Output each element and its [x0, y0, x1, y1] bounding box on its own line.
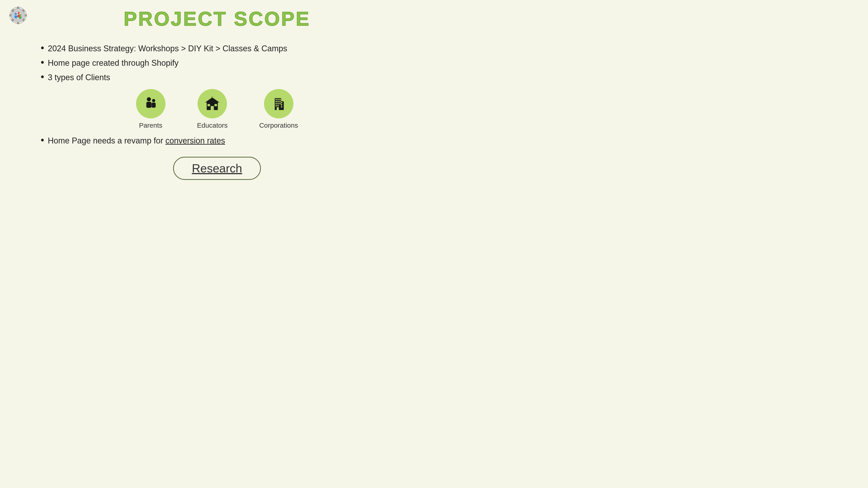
svg-rect-39 [276, 99, 277, 100]
svg-rect-28 [151, 103, 156, 107]
svg-rect-35 [212, 96, 213, 99]
corporations-icon-circle [264, 89, 293, 119]
svg-rect-52 [281, 106, 282, 107]
svg-marker-18 [17, 22, 19, 24]
svg-rect-34 [211, 99, 214, 102]
svg-point-16 [19, 16, 22, 19]
client-educators: Educators [197, 89, 228, 129]
svg-marker-19 [9, 14, 11, 17]
client-parents: Parents [136, 89, 165, 129]
svg-rect-32 [208, 104, 210, 106]
bullet-item-conversion: Home Page needs a revamp for conversion … [41, 136, 393, 145]
svg-rect-41 [279, 99, 281, 100]
corporations-label: Corporations [259, 122, 298, 129]
parents-icon-circle [136, 89, 165, 119]
conversion-rates-link: conversion rates [165, 136, 225, 145]
bullet-item-3: 3 types of Clients [41, 73, 393, 82]
svg-rect-49 [277, 105, 279, 106]
educators-icon-circle [197, 89, 227, 119]
research-button[interactable]: Research [173, 157, 261, 180]
conversion-bullet-list: Home Page needs a revamp for conversion … [41, 136, 393, 145]
research-button-container: Research [0, 157, 434, 180]
bullet-list: 2024 Business Strategy: Workshops > DIY … [41, 44, 393, 82]
svg-rect-51 [281, 104, 282, 105]
page-title: PROJECT SCOPE [0, 0, 434, 30]
svg-rect-53 [276, 107, 279, 110]
bullet-item-2: Home page created through Shopify [41, 58, 393, 68]
client-corporations: Corporations [259, 89, 298, 129]
parents-label: Parents [139, 122, 162, 129]
svg-rect-26 [146, 102, 151, 108]
educators-label: Educators [197, 122, 228, 129]
svg-rect-46 [277, 103, 279, 104]
svg-rect-31 [211, 106, 214, 110]
svg-marker-20 [25, 14, 27, 17]
svg-marker-36 [213, 97, 215, 98]
svg-rect-47 [279, 103, 281, 104]
svg-rect-42 [276, 101, 277, 102]
svg-rect-40 [277, 99, 279, 100]
svg-point-11 [15, 13, 17, 15]
svg-rect-43 [277, 101, 279, 102]
clients-section: Parents [41, 89, 393, 129]
svg-rect-50 [281, 102, 282, 103]
svg-rect-44 [279, 101, 281, 102]
parents-icon [143, 96, 159, 111]
svg-point-27 [152, 99, 155, 102]
educators-icon [204, 96, 220, 111]
bullet-item-1: 2024 Business Strategy: Workshops > DIY … [41, 44, 393, 53]
svg-marker-17 [17, 7, 19, 8]
svg-point-25 [147, 97, 151, 101]
svg-point-13 [18, 12, 20, 14]
corporations-icon [271, 96, 287, 111]
company-logo [9, 6, 27, 24]
svg-point-12 [14, 15, 18, 18]
svg-rect-45 [276, 103, 277, 104]
svg-rect-33 [215, 104, 217, 106]
svg-point-15 [20, 14, 21, 16]
main-content: 2024 Business Strategy: Workshops > DIY … [0, 30, 434, 145]
svg-rect-48 [276, 105, 277, 106]
